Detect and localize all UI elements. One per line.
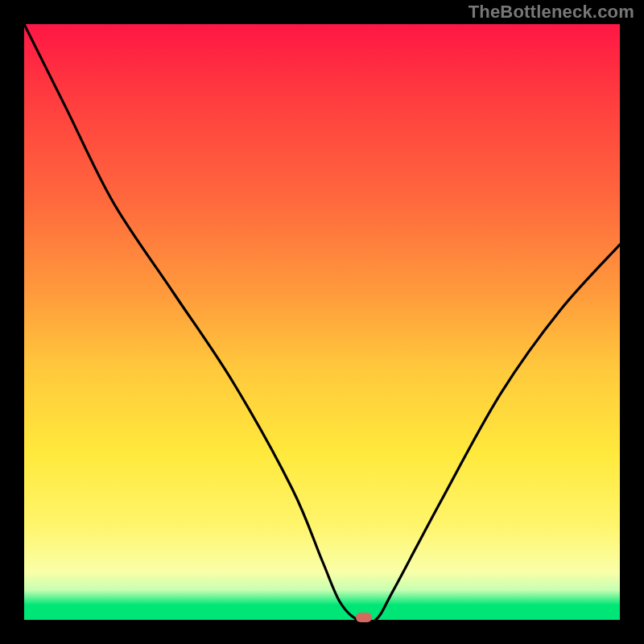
watermark-text: TheBottleneck.com bbox=[469, 2, 634, 23]
curve-svg bbox=[24, 24, 620, 620]
plot-area bbox=[24, 24, 620, 620]
optimal-marker bbox=[356, 613, 372, 622]
chart-frame: TheBottleneck.com bbox=[0, 0, 644, 644]
bottleneck-curve-path bbox=[24, 24, 620, 620]
